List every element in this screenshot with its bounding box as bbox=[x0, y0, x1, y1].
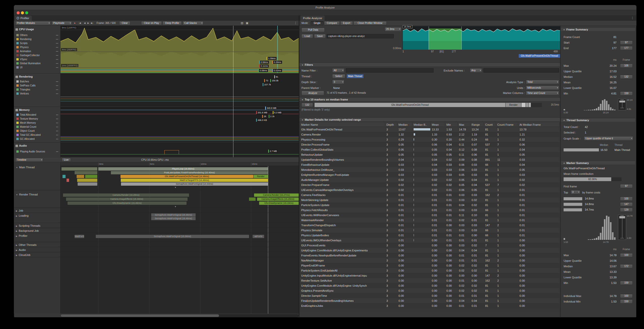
column-header[interactable]: Count bbox=[484, 122, 496, 127]
legend-item[interactable]: Animation bbox=[16, 49, 59, 53]
clear-button[interactable]: Clear bbox=[119, 21, 130, 25]
column-header[interactable]: Mean bbox=[431, 122, 445, 127]
table-row[interactable]: Physics.FetchResults 3 0.01 0.01 0.01 0.… bbox=[300, 208, 560, 213]
parent-marker-value[interactable]: None bbox=[333, 86, 340, 89]
table-row[interactable]: UIEvents.WillRenderCanvases 3 0.01 0.01 … bbox=[300, 213, 560, 218]
collapse-group-icon[interactable]: ▼ bbox=[174, 186, 176, 189]
column-header[interactable]: Max bbox=[458, 122, 470, 127]
foldout-icon[interactable]: ▶ bbox=[16, 249, 17, 251]
table-row[interactable]: UnityEngine.CoreModule.dll!UnityEngine::… bbox=[300, 283, 560, 288]
depth-slice-dropdown[interactable]: 3 ▾ bbox=[332, 80, 344, 84]
frame-jump-button[interactable]: 129 bbox=[620, 208, 633, 212]
thread-row-label[interactable]: ▶Other Threads bbox=[16, 243, 37, 247]
table-row[interactable]: Graphics.PresentAndSync 3 0.00 0.00 0.00… bbox=[300, 288, 560, 293]
prev-frame-icon[interactable]: ◀ bbox=[84, 22, 85, 24]
table-row[interactable]: GUI.ProcessEvents 3 0.00 0.00 0.00 0.03 … bbox=[300, 243, 560, 248]
analyze-button[interactable]: Analyze bbox=[301, 91, 324, 95]
audio-chart[interactable] bbox=[60, 143, 299, 157]
table-row[interactable]: Camera.Render 3 1.32 1.33 0.93 2.12 1.19… bbox=[300, 132, 560, 137]
graph-scale-dropdown[interactable]: Upper quartile of frame ti ▾ bbox=[584, 136, 633, 141]
legend-item[interactable]: GC Allocated bbox=[16, 137, 59, 141]
timeline-marker-bar[interactable]: Semaphore.WaitForSignal (15.04ms) bbox=[96, 235, 249, 238]
kebab-icon[interactable]: ⋮ bbox=[294, 21, 297, 25]
mode-single-button[interactable]: Single bbox=[311, 21, 324, 25]
filters-section-header[interactable]: ▼Filters bbox=[299, 62, 560, 67]
table-row[interactable]: EnlightenRuntimeManager.PostUpdate 3 0.0… bbox=[300, 172, 560, 177]
close-window-icon[interactable] bbox=[17, 11, 20, 14]
frame-jump-button[interactable]: 159 bbox=[620, 281, 633, 285]
column-header[interactable]: Median bbox=[397, 122, 412, 127]
save-button[interactable]: Save bbox=[314, 34, 326, 38]
timeline-marker-bar[interactable] bbox=[249, 198, 256, 201]
kebab-icon[interactable]: ⋮ bbox=[631, 16, 634, 20]
table-row[interactable]: Monobehaviour.OnMouse_ 3 0.03 0.03 0.03 … bbox=[300, 167, 560, 172]
last-frame-icon[interactable]: ▶| bbox=[91, 22, 93, 24]
table-row[interactable]: MeshSkinning.Update 3 0.01 0.01 0.01 0.0… bbox=[300, 198, 560, 203]
rendering-chart[interactable] bbox=[60, 74, 299, 106]
legend-item[interactable]: Triangles bbox=[16, 88, 59, 92]
series-toggle-icon[interactable] bbox=[56, 89, 58, 90]
column-header[interactable]: Median B.. bbox=[412, 122, 431, 127]
table-row[interactable]: BehaviourUpdate 3 0.05 0.05 0.05 0.11 0.… bbox=[300, 152, 560, 157]
column-header[interactable]: Count Frame bbox=[496, 122, 518, 127]
column-header[interactable]: Range bbox=[470, 122, 484, 127]
table-row[interactable]: Director.ProcessFrame 3 0.05 0.06 0.04 0… bbox=[300, 142, 560, 147]
legend-item[interactable]: VSync bbox=[16, 57, 59, 61]
foldout-icon[interactable]: ▶ bbox=[16, 244, 17, 246]
legend-item[interactable]: Vertices bbox=[16, 92, 59, 96]
timeline-marker-bar[interactable]: Camera.ImageEffects (15.28ms) bbox=[257, 198, 299, 201]
capture-name-field[interactable]: capture-viking-player-one-analyz bbox=[327, 34, 394, 38]
legend-item[interactable]: Scripts bbox=[16, 41, 59, 45]
timeline-marker-bar[interactable]: Camera.Render (16.27ms) bbox=[254, 193, 299, 197]
thread-row-label[interactable]: ▼Main Thread bbox=[16, 165, 35, 169]
series-toggle-icon[interactable] bbox=[56, 63, 58, 64]
chart-selected-frame-line[interactable] bbox=[277, 26, 278, 73]
frame-jump-button[interactable]: 159 bbox=[620, 300, 633, 304]
table-row[interactable]: NavMeshManager 3 0.00 0.00 0.00 0.01 0.0… bbox=[300, 258, 560, 263]
foldout-icon[interactable]: ▶ bbox=[16, 215, 17, 217]
name-filter-input[interactable] bbox=[346, 68, 434, 73]
timeline-hscrollbar[interactable] bbox=[60, 314, 299, 317]
thread-select-button[interactable]: Select bbox=[332, 74, 345, 78]
marker-summary-header[interactable]: ▼Marker Summary bbox=[561, 161, 635, 165]
legend-item[interactable]: Texture Memory bbox=[16, 117, 59, 121]
thread-row-label[interactable]: ▶Profiler bbox=[16, 234, 27, 238]
timeline-marker-bar[interactable]: Camera.Render (16.28ms) bbox=[63, 193, 189, 197]
table-row[interactable]: Physics.Processing 3 0.29 0.30 0.20 0.44… bbox=[300, 137, 560, 142]
maximize-icon[interactable]: ▣ bbox=[246, 21, 248, 25]
minimize-window-icon[interactable] bbox=[21, 11, 24, 14]
timeline-marker-bar[interactable]: Semaphore.WaitForSignal (18.46ms) bbox=[151, 217, 196, 220]
timeline-marker-bar[interactable] bbox=[63, 175, 66, 178]
series-toggle-icon[interactable] bbox=[56, 127, 58, 127]
chart-playhead-line[interactable] bbox=[233, 26, 233, 157]
timeline-chart-area[interactable]: 0ms 5ms 10ms 15ms bbox=[60, 162, 299, 314]
timeline-marker-bar[interactable]: Camera.ImageEffects (15.48ms) bbox=[66, 198, 188, 201]
window-titlebar[interactable]: Profile Analyzer bbox=[14, 5, 636, 10]
series-toggle-icon[interactable] bbox=[56, 93, 58, 94]
units-dropdown[interactable]: Milliseconds ▾ bbox=[526, 86, 559, 90]
top-count-dropdown[interactable]: 3 ▾ bbox=[571, 190, 580, 194]
table-row[interactable]: UIEvents.CanvasManagerRenderOverlays 3 0… bbox=[300, 187, 560, 192]
thread-row-label[interactable]: ▼Render Thread bbox=[16, 192, 38, 196]
top-marker-segment[interactable]: Render bbox=[506, 103, 521, 107]
audio-module-header[interactable]: ▤Audio bbox=[15, 144, 27, 147]
timeline-marker-bar[interactable]: Semaphore.WaitForSignal (18.46ms) bbox=[151, 213, 196, 217]
legend-item[interactable]: Rendering bbox=[16, 37, 59, 41]
exclude-filter-input[interactable] bbox=[483, 68, 559, 73]
table-row[interactable]: UnityEngine.CoreModule.dll!UnityEngine.E… bbox=[300, 248, 560, 253]
legend-item[interactable]: Global Illumination bbox=[16, 61, 59, 65]
thread-summary-header[interactable]: ▼Thread Summary bbox=[561, 118, 635, 122]
thread-row-label[interactable]: ▶Job bbox=[16, 209, 23, 213]
timeline-view-dropdown[interactable]: Timeline ▾ bbox=[15, 158, 43, 162]
thread-summary-row[interactable]: 16.50 Main Thread bbox=[561, 148, 635, 152]
column-header[interactable]: Min bbox=[445, 122, 458, 127]
foldout-icon[interactable]: ▶ bbox=[16, 235, 17, 237]
table-row[interactable]: ParticleSystem.Update 3 0.01 0.01 0.01 0… bbox=[300, 203, 560, 208]
table-row[interactable]: Physics.Simulate 3 0.01 0.01 0.01 0.03 0… bbox=[300, 228, 560, 233]
close-profiler-window-button[interactable]: Close Profiler Window bbox=[353, 21, 387, 25]
legend-item[interactable]: Material Count bbox=[16, 125, 59, 129]
timeline-marker-bar[interactable]: Render bbox=[254, 175, 268, 178]
thread-filter-chip[interactable]: Main Thread bbox=[347, 74, 363, 78]
timeline-marker-bar[interactable]: Semaphore.WaitForSignal (14.44ms) bbox=[121, 182, 268, 186]
sidebar-divider[interactable] bbox=[560, 26, 561, 317]
